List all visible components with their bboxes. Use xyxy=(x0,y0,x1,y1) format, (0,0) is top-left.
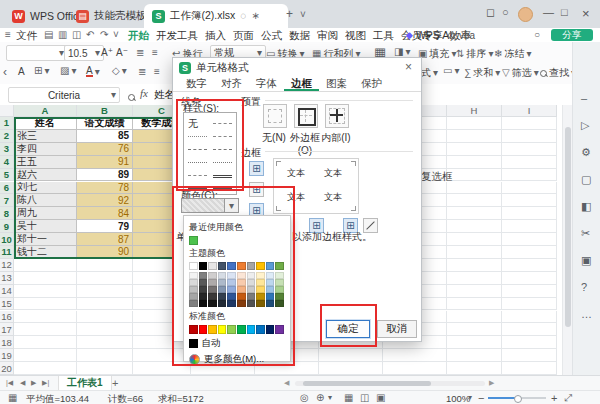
zoom-in-button[interactable]: + xyxy=(551,392,557,404)
cell-B7[interactable]: 92 xyxy=(77,194,133,207)
cell-B8[interactable]: 84 xyxy=(77,207,133,220)
cell-H14[interactable] xyxy=(447,285,502,298)
standard-color-swatch[interactable] xyxy=(218,325,227,334)
cell-I17[interactable] xyxy=(502,323,557,336)
theme-tint-swatch[interactable] xyxy=(208,293,217,300)
cell-H15[interactable] xyxy=(447,298,502,311)
row-header-3[interactable]: 3 xyxy=(0,143,14,156)
theme-color-swatch[interactable] xyxy=(189,262,198,271)
preset-outline-button[interactable] xyxy=(294,104,318,128)
theme-tint-swatch[interactable] xyxy=(256,272,265,279)
select-tool-icon[interactable]: ▷ xyxy=(581,119,589,132)
cell-H3[interactable] xyxy=(447,143,502,156)
cell-A1[interactable]: 姓名 xyxy=(14,117,77,130)
row-header-9[interactable]: 9 xyxy=(0,220,14,233)
ok-button[interactable]: 确定 xyxy=(326,320,370,338)
menu-icon[interactable]: ≡ xyxy=(5,30,11,40)
cell-A20[interactable] xyxy=(14,362,77,375)
cell-F19[interactable] xyxy=(319,349,383,362)
row-header-11[interactable]: 11 xyxy=(0,246,14,259)
cell-B18[interactable] xyxy=(77,336,133,349)
decrease-font-icon[interactable]: A⁻ xyxy=(116,47,128,58)
standard-color-swatch[interactable] xyxy=(199,325,208,334)
standard-color-swatch[interactable] xyxy=(266,325,275,334)
strikethrough-icon[interactable]: A xyxy=(18,66,25,77)
row-header-6[interactable]: 6 xyxy=(0,182,14,195)
help-icon[interactable]: ? xyxy=(581,281,587,293)
dialog-tab-边框[interactable]: 边框 xyxy=(284,75,319,91)
font-size-select[interactable]: 10.5▾ xyxy=(64,45,104,61)
theme-tint-swatch[interactable] xyxy=(275,279,284,286)
print-icon[interactable]: ▥ xyxy=(58,30,67,40)
theme-color-swatch[interactable] xyxy=(237,262,246,271)
row-header-8[interactable]: 8 xyxy=(0,207,14,220)
page-break-view-icon[interactable]: ▣ xyxy=(376,393,385,403)
theme-tint-swatch[interactable] xyxy=(266,300,275,307)
theme-color-swatch[interactable] xyxy=(247,262,256,271)
theme-tint-swatch[interactable] xyxy=(218,279,227,286)
theme-tint-swatch[interactable] xyxy=(227,279,236,286)
theme-tint-swatch[interactable] xyxy=(208,279,217,286)
border-middle-toggle[interactable]: ⊞ xyxy=(249,182,264,197)
style-line-dashed[interactable] xyxy=(213,123,232,124)
zoom-out-button[interactable]: − xyxy=(478,392,484,404)
properties-icon[interactable]: ⚙ xyxy=(581,146,591,159)
theme-tint-swatch[interactable] xyxy=(275,300,284,307)
menu-tab-公式[interactable]: 公式 xyxy=(261,28,282,42)
cell-B6[interactable]: 78 xyxy=(77,182,133,195)
menu-tab-数据[interactable]: 数据 xyxy=(289,28,310,42)
freeze-button[interactable]: ❄冻结▾ xyxy=(494,47,531,61)
collapse-pane-icon[interactable]: – xyxy=(581,92,587,104)
hscroll-left-icon[interactable]: ◀ xyxy=(284,379,289,387)
row-header-2[interactable]: 2 xyxy=(0,130,14,143)
theme-tint-swatch[interactable] xyxy=(189,300,198,307)
style-line-dashdot[interactable] xyxy=(213,149,232,150)
cell-A5[interactable]: 赵六 xyxy=(14,169,77,182)
cell-H2[interactable] xyxy=(447,130,502,143)
menu-tab-工具[interactable]: 工具 xyxy=(373,28,394,42)
cell-B17[interactable] xyxy=(77,323,133,336)
minimize-button[interactable]: — xyxy=(543,6,554,18)
cell-I9[interactable] xyxy=(502,220,557,233)
cell-H12[interactable] xyxy=(447,259,502,272)
column-header-I[interactable]: I xyxy=(502,105,557,117)
align-left-icon[interactable]: ≣ xyxy=(138,67,146,77)
cell-A6[interactable]: 刘七 xyxy=(14,182,77,195)
cell-H20[interactable] xyxy=(447,362,502,375)
file-menu[interactable]: 文件 xyxy=(16,29,37,43)
align-middle-icon[interactable]: ≡ xyxy=(152,48,158,58)
cell-B19[interactable] xyxy=(77,349,133,362)
cell-I8[interactable] xyxy=(502,207,557,220)
theme-tint-swatch[interactable] xyxy=(199,293,208,300)
cell-H4[interactable] xyxy=(447,156,502,169)
cell-I6[interactable] xyxy=(502,182,557,195)
cell-I12[interactable] xyxy=(502,259,557,272)
row-header-13[interactable]: 13 xyxy=(0,272,14,285)
chart-tool-icon[interactable]: ◧ xyxy=(581,200,591,213)
dialog-tab-对齐[interactable]: 对齐 xyxy=(214,75,249,91)
cell-I13[interactable] xyxy=(502,272,557,285)
cell-B11[interactable]: 90 xyxy=(77,246,133,259)
cell-B2[interactable]: 85 xyxy=(77,130,133,143)
theme-tint-swatch[interactable] xyxy=(256,279,265,286)
insert-function-icon[interactable] xyxy=(128,94,135,101)
theme-tint-swatch[interactable] xyxy=(189,293,198,300)
row-header-7[interactable]: 7 xyxy=(0,194,14,207)
theme-tint-swatch[interactable] xyxy=(227,286,236,293)
standard-color-swatch[interactable] xyxy=(256,325,265,334)
cell-B15[interactable] xyxy=(77,298,133,311)
row-header-5[interactable]: 5 xyxy=(0,169,14,182)
next-sheet-icon[interactable]: ▶ xyxy=(31,379,36,387)
cell-H16[interactable] xyxy=(447,311,502,324)
cell-B5[interactable]: 89 xyxy=(77,169,133,182)
cell-H19[interactable] xyxy=(447,349,502,362)
theme-tint-swatch[interactable] xyxy=(208,272,217,279)
cell-I16[interactable] xyxy=(502,311,557,324)
color-select-value[interactable] xyxy=(181,198,225,213)
sort-button[interactable]: ⇅排序▾ xyxy=(456,47,493,61)
skin-icon[interactable]: ○ xyxy=(502,6,509,18)
menu-tab-页面[interactable]: 页面 xyxy=(233,28,254,42)
cell-A19[interactable] xyxy=(14,349,77,362)
prev-sheet-icon[interactable]: ◀ xyxy=(20,379,25,387)
zoom-slider[interactable] xyxy=(488,397,546,399)
